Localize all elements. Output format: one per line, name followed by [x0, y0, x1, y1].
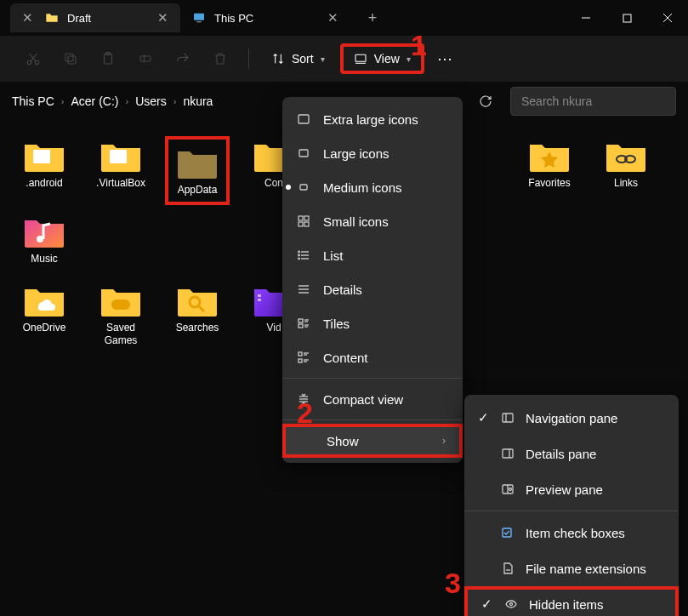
- menu-content[interactable]: Content: [282, 340, 463, 374]
- menu-preview-pane[interactable]: Preview pane: [464, 471, 679, 507]
- delete-button[interactable]: [204, 43, 236, 75]
- menu-list[interactable]: List: [282, 238, 463, 272]
- menu-label: Hidden items: [529, 597, 604, 612]
- menu-navigation-pane[interactable]: ✓ Navigation pane: [464, 400, 679, 436]
- menu-tiles[interactable]: Tiles: [282, 306, 463, 340]
- menu-label: Large icons: [323, 146, 389, 161]
- menu-label: File name extensions: [526, 562, 646, 576]
- sort-label: Sort: [292, 52, 314, 66]
- svg-point-40: [299, 258, 299, 259]
- menu-small-icons[interactable]: Small icons: [282, 204, 463, 238]
- menu-label: Navigation pane: [526, 411, 617, 425]
- window-controls: [566, 0, 688, 36]
- svg-rect-50: [299, 352, 302, 356]
- close-icon[interactable]: ✕: [157, 10, 168, 26]
- share-button[interactable]: [167, 43, 199, 75]
- maximize-button[interactable]: [606, 0, 647, 36]
- monitor-icon: [192, 11, 206, 25]
- svg-rect-10: [68, 56, 76, 64]
- svg-rect-18: [33, 150, 50, 163]
- menu-file-name-extensions[interactable]: File name extensions: [464, 550, 679, 586]
- menu-medium-icons[interactable]: Medium icons: [282, 170, 463, 204]
- folder-virtualbox[interactable]: .VirtualBox: [88, 136, 153, 205]
- close-icon[interactable]: ✕: [327, 10, 338, 26]
- menu-extra-large-icons[interactable]: Extra large icons: [282, 102, 463, 136]
- menu-label: Preview pane: [526, 482, 603, 497]
- folder-label: Vid: [266, 322, 281, 334]
- view-label: View: [374, 52, 400, 66]
- grid-icon: [296, 214, 311, 229]
- blank-icon: [299, 433, 315, 448]
- sort-button[interactable]: Sort ▾: [261, 47, 335, 71]
- details-pane-icon: [500, 446, 515, 461]
- rect-icon: [296, 180, 311, 195]
- menu-label: Item check boxes: [526, 526, 625, 540]
- file-ext-icon: [500, 561, 515, 576]
- search-input[interactable]: Search nkura: [510, 87, 676, 116]
- divider: [248, 48, 249, 69]
- toolbar: Sort ▾ View ▾ ⋯: [0, 36, 688, 82]
- folder-onedrive[interactable]: OneDrive: [12, 281, 77, 349]
- more-button[interactable]: ⋯: [429, 43, 462, 75]
- svg-rect-1: [196, 21, 201, 22]
- eye-icon: [503, 596, 519, 612]
- folder-searches[interactable]: Searches: [165, 281, 230, 349]
- folder-favorites[interactable]: Favorites: [517, 136, 582, 205]
- menu-label: Small icons: [323, 214, 389, 229]
- copy-button[interactable]: [54, 43, 87, 75]
- menu-large-icons[interactable]: Large icons: [282, 136, 463, 170]
- new-tab-button[interactable]: +: [357, 3, 388, 33]
- folder-saved-games[interactable]: Saved Games: [88, 281, 153, 349]
- breadcrumb[interactable]: This PC › Acer (C:) › Users › nkura: [12, 94, 213, 108]
- divider: [282, 378, 463, 379]
- refresh-button[interactable]: [471, 87, 500, 116]
- menu-details[interactable]: Details: [282, 272, 463, 306]
- folder-cloud-icon: [23, 282, 65, 318]
- titlebar: ✕ Draft ✕ This PC ✕ +: [0, 0, 688, 36]
- chevron-down-icon: ▾: [321, 54, 325, 64]
- menu-hidden-items[interactable]: ✓ Hidden items: [464, 586, 679, 616]
- crumb-drive[interactable]: Acer (C:): [71, 94, 118, 108]
- rect-icon: [296, 111, 311, 127]
- crumb-this-pc[interactable]: This PC: [12, 94, 54, 108]
- minimize-button[interactable]: [566, 0, 606, 36]
- menu-label: List: [323, 248, 343, 263]
- folder-label: Links: [614, 177, 638, 190]
- folder-icon: [23, 138, 65, 174]
- svg-rect-16: [355, 54, 366, 61]
- svg-rect-0: [194, 14, 204, 20]
- close-prev-icon[interactable]: ✕: [22, 10, 33, 26]
- svg-rect-59: [503, 414, 513, 422]
- folder-android[interactable]: .android: [12, 136, 77, 205]
- folder-music[interactable]: Music: [12, 212, 77, 267]
- menu-details-pane[interactable]: Details pane: [464, 436, 679, 471]
- checkbox-icon: [500, 525, 515, 540]
- svg-point-39: [299, 254, 299, 255]
- svg-rect-26: [258, 294, 261, 297]
- rename-button[interactable]: [129, 43, 162, 75]
- crumb-nkura[interactable]: nkura: [183, 94, 213, 108]
- paste-button[interactable]: [92, 43, 124, 75]
- menu-label: Medium icons: [323, 180, 402, 195]
- folder-label: .android: [26, 177, 62, 190]
- folder-links[interactable]: Links: [594, 136, 658, 205]
- show-submenu: ✓ Navigation pane Details pane Preview p…: [464, 395, 679, 616]
- chevron-right-icon: ›: [61, 96, 65, 106]
- svg-point-65: [509, 488, 512, 491]
- crumb-users[interactable]: Users: [135, 94, 167, 108]
- folder-appdata[interactable]: AppData: [165, 136, 230, 205]
- menu-item-check-boxes[interactable]: Item check boxes: [464, 515, 679, 550]
- tiles-icon: [296, 316, 311, 331]
- svg-rect-31: [299, 216, 303, 220]
- svg-rect-14: [140, 56, 151, 61]
- folder-star-icon: [528, 138, 571, 174]
- tab-draft[interactable]: ✕ Draft ✕: [10, 3, 180, 32]
- folder-icon: [100, 138, 142, 174]
- folder-label: OneDrive: [23, 322, 66, 334]
- close-window-button[interactable]: [647, 0, 688, 36]
- check-icon: ✓: [480, 596, 493, 612]
- tab-this-pc[interactable]: This PC ✕: [180, 3, 350, 32]
- menu-label: Tiles: [323, 317, 350, 331]
- menu-label: Details pane: [526, 447, 596, 461]
- cut-button[interactable]: [17, 43, 49, 75]
